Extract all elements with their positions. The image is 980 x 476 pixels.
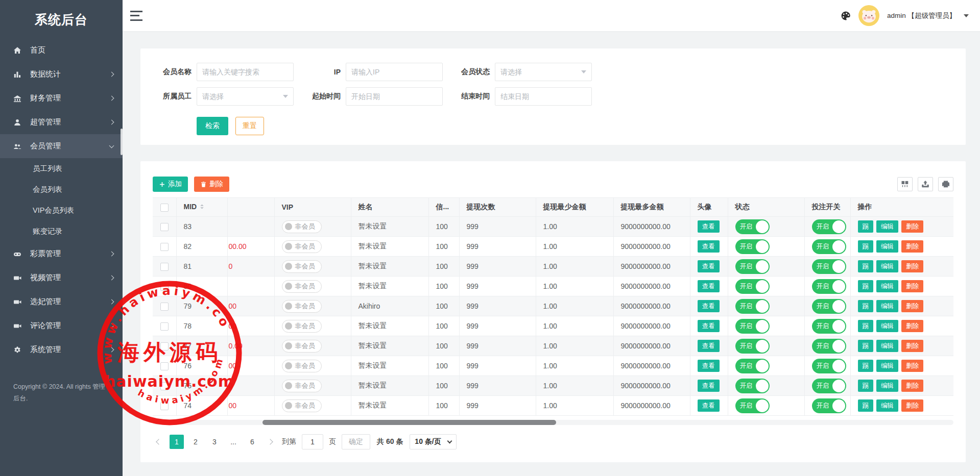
page-number[interactable]: 1: [170, 435, 184, 449]
edit-button[interactable]: 编辑: [876, 260, 898, 272]
sidebar-item[interactable]: 选妃管理: [0, 290, 123, 314]
goto-confirm-button[interactable]: 确定: [342, 434, 370, 449]
row-checkbox[interactable]: [160, 342, 169, 350]
page-number[interactable]: 6: [245, 435, 259, 449]
edit-button[interactable]: 编辑: [876, 360, 898, 372]
view-avatar-button[interactable]: 查看: [698, 240, 720, 253]
status-toggle[interactable]: 开启: [735, 319, 770, 334]
delete-row-button[interactable]: 删除: [901, 320, 923, 332]
columns-icon[interactable]: [897, 177, 913, 191]
status-toggle[interactable]: 开启: [735, 219, 770, 234]
kick-button[interactable]: 踢: [858, 240, 874, 253]
row-checkbox[interactable]: [160, 223, 169, 231]
bet-toggle[interactable]: 开启: [812, 339, 846, 354]
page-number[interactable]: 2: [188, 435, 203, 449]
edit-button[interactable]: 编辑: [876, 240, 898, 253]
hamburger-menu-icon[interactable]: [130, 11, 144, 21]
sidebar-item[interactable]: VIP会员列表: [0, 200, 123, 221]
filter-input[interactable]: [197, 63, 294, 81]
bet-toggle[interactable]: 开启: [812, 259, 846, 274]
col-mid[interactable]: MID: [184, 203, 197, 211]
sidebar-scrollbar-thumb[interactable]: [121, 129, 123, 155]
row-checkbox[interactable]: [160, 243, 169, 251]
edit-button[interactable]: 编辑: [876, 340, 898, 352]
user-avatar[interactable]: [858, 5, 879, 26]
view-avatar-button[interactable]: 查看: [698, 300, 720, 312]
view-avatar-button[interactable]: 查看: [698, 360, 720, 372]
sidebar-item[interactable]: 财务管理: [0, 86, 123, 110]
sort-icon[interactable]: [199, 203, 205, 212]
bet-toggle[interactable]: 开启: [812, 319, 846, 334]
status-toggle[interactable]: 开启: [735, 239, 770, 254]
next-page-button[interactable]: [264, 435, 276, 449]
sidebar-item[interactable]: 首页: [0, 38, 123, 62]
view-avatar-button[interactable]: 查看: [698, 380, 720, 392]
kick-button[interactable]: 踢: [858, 280, 874, 292]
bet-toggle[interactable]: 开启: [812, 398, 846, 413]
sidebar-item[interactable]: 会员管理: [0, 134, 123, 158]
page-number[interactable]: 3: [207, 435, 222, 449]
sidebar-item[interactable]: 视频管理: [0, 266, 123, 290]
view-avatar-button[interactable]: 查看: [698, 280, 720, 292]
status-toggle[interactable]: 开启: [735, 398, 770, 413]
bet-toggle[interactable]: 开启: [812, 379, 846, 393]
row-checkbox[interactable]: [160, 303, 169, 311]
filter-input[interactable]: [346, 87, 443, 106]
status-toggle[interactable]: 开启: [735, 339, 770, 354]
export-icon[interactable]: [918, 177, 933, 191]
reset-button[interactable]: 重置: [235, 117, 264, 135]
filter-input[interactable]: [495, 63, 592, 81]
bet-toggle[interactable]: 开启: [812, 219, 846, 234]
bet-toggle[interactable]: 开启: [812, 299, 846, 314]
row-checkbox[interactable]: [160, 283, 169, 291]
filter-input[interactable]: [197, 87, 294, 106]
delete-row-button[interactable]: 删除: [901, 240, 923, 253]
row-checkbox[interactable]: [160, 382, 169, 390]
print-icon[interactable]: [938, 177, 953, 191]
status-toggle[interactable]: 开启: [735, 379, 770, 393]
kick-button[interactable]: 踢: [858, 300, 874, 312]
kick-button[interactable]: 踢: [858, 220, 874, 233]
kick-button[interactable]: 踢: [858, 360, 874, 372]
delete-button[interactable]: 删除: [194, 177, 229, 192]
filter-input[interactable]: [495, 87, 592, 106]
status-toggle[interactable]: 开启: [735, 259, 770, 274]
delete-row-button[interactable]: 删除: [901, 220, 923, 233]
kick-button[interactable]: 踢: [858, 380, 874, 392]
prev-page-button[interactable]: [153, 435, 165, 449]
delete-row-button[interactable]: 删除: [901, 340, 923, 352]
edit-button[interactable]: 编辑: [876, 380, 898, 392]
search-button[interactable]: 检索: [197, 117, 228, 135]
edit-button[interactable]: 编辑: [876, 280, 898, 292]
per-page-select[interactable]: 10 条/页: [410, 434, 457, 449]
delete-row-button[interactable]: 删除: [901, 280, 923, 292]
row-checkbox[interactable]: [160, 322, 169, 331]
horizontal-scrollbar-thumb[interactable]: [262, 420, 556, 425]
goto-page-input[interactable]: [302, 434, 323, 449]
add-button[interactable]: 添加: [153, 177, 188, 192]
user-menu[interactable]: admin 【超级管理员】: [887, 11, 956, 20]
status-toggle[interactable]: 开启: [735, 299, 770, 314]
delete-row-button[interactable]: 删除: [901, 360, 923, 372]
view-avatar-button[interactable]: 查看: [698, 260, 720, 272]
row-checkbox[interactable]: [160, 362, 169, 370]
edit-button[interactable]: 编辑: [876, 220, 898, 233]
view-avatar-button[interactable]: 查看: [698, 320, 720, 332]
bet-toggle[interactable]: 开启: [812, 279, 846, 294]
status-toggle[interactable]: 开启: [735, 279, 770, 294]
theme-palette-icon[interactable]: [841, 11, 851, 21]
sidebar-item[interactable]: 数据统计: [0, 62, 123, 86]
row-checkbox[interactable]: [160, 402, 169, 410]
edit-button[interactable]: 编辑: [876, 320, 898, 332]
sidebar-item[interactable]: 员工列表: [0, 158, 123, 179]
kick-button[interactable]: 踢: [858, 260, 874, 272]
sidebar-item[interactable]: 彩票管理: [0, 242, 123, 266]
kick-button[interactable]: 踢: [858, 320, 874, 332]
delete-row-button[interactable]: 删除: [901, 399, 923, 412]
kick-button[interactable]: 踢: [858, 399, 874, 412]
bet-toggle[interactable]: 开启: [812, 239, 846, 254]
view-avatar-button[interactable]: 查看: [698, 220, 720, 233]
sidebar-item[interactable]: 超管管理: [0, 110, 123, 134]
view-avatar-button[interactable]: 查看: [698, 340, 720, 352]
edit-button[interactable]: 编辑: [876, 399, 898, 412]
